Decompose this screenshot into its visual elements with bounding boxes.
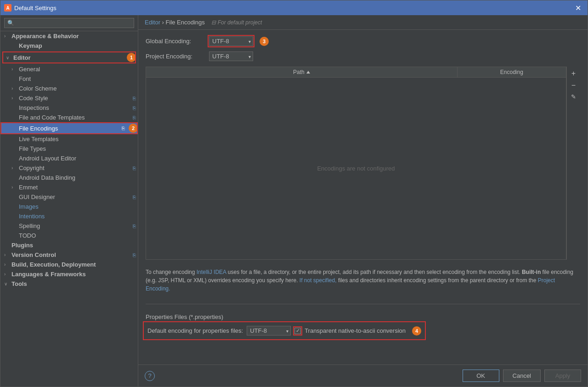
sidebar-item-label: Color Scheme — [19, 85, 138, 92]
remove-button[interactable]: − — [570, 80, 577, 91]
sidebar-item-code-style[interactable]: › Code Style ⎘ — [0, 93, 138, 103]
sidebar-item-color-scheme[interactable]: › Color Scheme — [0, 84, 138, 93]
dialog-window: A Default Settings ✕ › Appearance & Beha… — [0, 0, 588, 387]
arrow-icon: › — [4, 252, 11, 257]
sidebar-item-label: TODO — [19, 232, 138, 239]
transparent-checkbox[interactable] — [294, 328, 301, 334]
sidebar-item-emmet[interactable]: › Emmet — [0, 182, 138, 192]
arrow-icon: › — [4, 272, 11, 277]
col-encoding: Encoding — [458, 67, 566, 77]
arrow-icon: › — [4, 34, 11, 39]
sidebar-item-label: Android Data Binding — [19, 174, 138, 181]
global-encoding-select-wrapper: UTF-8 ISO-8859-1 UTF-16 US-ASCII — [209, 36, 253, 46]
sidebar-item-plugins[interactable]: Plugins — [0, 240, 138, 250]
title-bar-left: A Default Settings — [4, 4, 57, 11]
ok-button[interactable]: OK — [463, 370, 499, 382]
sidebar-item-keymap[interactable]: Keymap — [0, 41, 138, 51]
breadcrumb: Editor › File Encodings ⊟ For default pr… — [138, 15, 588, 30]
arrow-icon: › — [11, 185, 19, 190]
sidebar-item-label: Emmet — [19, 184, 138, 191]
global-encoding-select[interactable]: UTF-8 ISO-8859-1 UTF-16 US-ASCII — [209, 36, 253, 46]
breadcrumb-sep: › — [162, 19, 166, 26]
sidebar-item-live-templates[interactable]: Live Templates — [0, 134, 138, 144]
sidebar-item-languages[interactable]: › Languages & Frameworks — [0, 269, 138, 279]
sidebar-item-copyright[interactable]: › Copyright ⎘ — [0, 163, 138, 173]
transparent-label: Transparent native-to-ascii conversion — [305, 327, 406, 334]
properties-encoding-select[interactable]: UTF-8 ISO-8859-1 UTF-16 — [247, 326, 291, 336]
app-icon: A — [4, 4, 11, 11]
sidebar-item-spelling[interactable]: Spelling ⎘ — [0, 221, 138, 231]
sidebar-item-build[interactable]: › Build, Execution, Deployment — [0, 260, 138, 269]
arrow-icon: › — [11, 165, 19, 171]
add-button[interactable]: + — [570, 68, 577, 79]
help-button[interactable]: ? — [145, 371, 155, 381]
copy-icon: ⎘ — [133, 96, 136, 101]
project-encoding-select-wrapper: UTF-8 ISO-8859-1 UTF-16 US-ASCII — [209, 51, 253, 61]
sidebar-item-android-data[interactable]: Android Data Binding — [0, 173, 138, 182]
sidebar-item-todo[interactable]: TODO — [0, 231, 138, 240]
table-header: Path Encoding — [146, 67, 566, 78]
sidebar-item-version-control[interactable]: › Version Control ⎘ — [0, 250, 138, 260]
sidebar-item-images[interactable]: Images — [0, 202, 138, 211]
search-input[interactable] — [4, 18, 134, 28]
sidebar-item-label: Android Layout Editor — [19, 155, 138, 162]
main-panel: Editor › File Encodings ⊟ For default pr… — [138, 15, 588, 387]
arrow-icon: › — [11, 67, 19, 72]
sidebar-item-label: Code Style — [19, 95, 133, 102]
copy-icon: ⎘ — [133, 252, 136, 258]
close-button[interactable]: ✕ — [572, 3, 584, 13]
sidebar-item-label: Inspections — [19, 104, 133, 111]
copy-icon: ⎘ — [133, 105, 136, 111]
project-encoding-label: Project Encoding: — [146, 53, 205, 60]
sidebar-item-file-code-templates[interactable]: File and Code Templates ⎘ — [0, 113, 138, 122]
title-bar: A Default Settings ✕ — [0, 0, 588, 15]
apply-button[interactable]: Apply — [544, 370, 581, 382]
sidebar-item-label: Languages & Frameworks — [11, 271, 138, 278]
sidebar-item-font[interactable]: Font — [0, 74, 138, 84]
copy-icon: ⎘ — [133, 194, 136, 200]
project-note-icon: ⊟ — [211, 19, 216, 26]
sidebar-item-label: Spelling — [19, 222, 133, 229]
sidebar-item-label: Build, Execution, Deployment — [11, 261, 138, 268]
breadcrumb-page: File Encodings — [166, 19, 205, 26]
edit-button[interactable]: ✎ — [569, 92, 578, 101]
sidebar-item-label: File Types — [19, 145, 138, 152]
sidebar-item-label: Intentions — [19, 213, 138, 220]
sidebar-item-label: Copyright — [19, 165, 133, 171]
project-encoding-select[interactable]: UTF-8 ISO-8859-1 UTF-16 US-ASCII — [209, 51, 253, 61]
breadcrumb-editor[interactable]: Editor — [145, 19, 160, 26]
divider — [146, 304, 580, 304]
cancel-button[interactable]: Cancel — [503, 370, 541, 382]
arrow-icon: › — [4, 262, 11, 267]
sidebar-item-gui-designer[interactable]: GUI Designer ⎘ — [0, 192, 138, 202]
sidebar-item-file-encodings[interactable]: File Encodings ⎘ 2 — [0, 122, 138, 134]
info-text: To change encoding IntelliJ IDEA uses fo… — [146, 264, 580, 296]
sidebar-item-label: GUI Designer — [19, 194, 133, 200]
properties-title: Properties Files (*.properties) — [146, 313, 580, 320]
sidebar-item-file-types[interactable]: File Types — [0, 144, 138, 154]
encoding-table-area: Path Encoding Encodings are not configur… — [146, 67, 580, 260]
sidebar-item-intentions[interactable]: Intentions — [0, 211, 138, 221]
badge-3: 3 — [260, 37, 269, 46]
sidebar-item-inspections[interactable]: Inspections ⎘ — [0, 103, 138, 113]
sidebar-item-label: Live Templates — [19, 136, 138, 142]
footer: ? OK Cancel Apply — [138, 364, 588, 387]
empty-message: Encodings are not configured — [317, 165, 395, 172]
copy-icon: ⎘ — [122, 125, 125, 131]
encoding-table: Path Encoding Encodings are not configur… — [146, 67, 566, 260]
sidebar-item-label: Keymap — [19, 42, 138, 49]
sidebar-item-tools[interactable]: ∨ Tools — [0, 279, 138, 289]
sidebar-item-android-layout[interactable]: Android Layout Editor — [0, 154, 138, 163]
properties-row: Default encoding for properties files: U… — [146, 324, 423, 337]
global-encoding-label: Global Encoding: — [146, 38, 205, 45]
badge-1: 1 — [127, 53, 136, 62]
table-toolbar: + − ✎ — [566, 67, 580, 260]
sidebar-item-label: File and Code Templates — [19, 114, 133, 121]
sidebar-item-appearance[interactable]: › Appearance & Behavior — [0, 31, 138, 41]
encodings-panel: Global Encoding: UTF-8 ISO-8859-1 UTF-16… — [138, 30, 588, 364]
sort-asc-icon — [306, 71, 310, 74]
sidebar-item-editor[interactable]: ∨ Editor 1 — [2, 51, 136, 63]
sidebar: › Appearance & Behavior Keymap ∨ Editor … — [0, 15, 138, 387]
arrow-icon: › — [11, 86, 19, 91]
sidebar-item-general[interactable]: › General — [0, 64, 138, 74]
